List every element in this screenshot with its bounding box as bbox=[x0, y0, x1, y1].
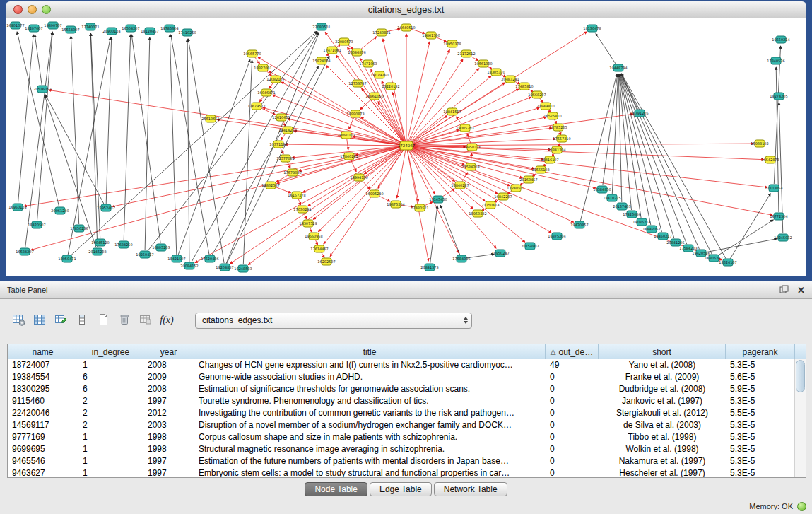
table-row[interactable]: 2242004622012Investigating the contribut… bbox=[8, 407, 795, 419]
graph-node[interactable]: 15938102 bbox=[751, 140, 768, 147]
column-header-name[interactable]: name bbox=[8, 344, 78, 359]
tab-edge-table[interactable]: Edge Table bbox=[370, 482, 432, 496]
tab-network-table[interactable]: Network Table bbox=[434, 482, 507, 496]
graph-node[interactable]: 15554007 bbox=[61, 26, 79, 33]
graph-node[interactable]: 16542873 bbox=[761, 156, 779, 163]
network-canvas[interactable]: 1956577018827001120821071604647117679577… bbox=[6, 18, 806, 276]
graph-node[interactable]: 16840287 bbox=[451, 182, 469, 189]
function-builder-button[interactable]: f(x) bbox=[157, 311, 177, 330]
close-window-button[interactable] bbox=[13, 5, 23, 14]
graph-node[interactable]: 19550214 bbox=[772, 36, 789, 43]
graph-node[interactable]: 21841204 bbox=[548, 146, 565, 153]
graph-node[interactable]: 17840526 bbox=[767, 57, 784, 64]
graph-node[interactable]: 22080573 bbox=[335, 38, 353, 45]
graph-node[interactable]: 16950124 bbox=[8, 204, 26, 211]
table-row[interactable]: 911546021997Tourette syndrome. Phenomeno… bbox=[8, 395, 795, 407]
graph-node[interactable]: 17030291 bbox=[293, 206, 311, 213]
graph-node[interactable]: 16875204 bbox=[548, 233, 565, 240]
graph-node[interactable]: 16772504 bbox=[770, 213, 787, 220]
graph-node[interactable]: 19565770 bbox=[243, 50, 261, 57]
table-options-button[interactable] bbox=[8, 311, 28, 330]
graph-node[interactable]: 19448794 bbox=[609, 64, 627, 71]
table-selector-dropdown[interactable]: citations_edges.txt bbox=[195, 313, 472, 329]
graph-node[interactable]: 18950471 bbox=[58, 255, 76, 262]
column-header-in_degree[interactable]: in_degree bbox=[78, 344, 143, 359]
graph-node[interactable]: 17410250 bbox=[178, 29, 196, 36]
table-row[interactable]: 977716911998Corpus callosum shape and si… bbox=[8, 431, 795, 443]
graph-node[interactable]: 1724067 bbox=[398, 141, 416, 150]
graph-node[interactable]: 18950247 bbox=[491, 250, 509, 257]
table-panel-header[interactable]: Table Panel ✕ bbox=[0, 281, 812, 299]
graph-node[interactable]: 21849810 bbox=[536, 103, 554, 110]
graph-node[interactable]: 25510651 bbox=[201, 115, 219, 122]
graph-node[interactable]: 19245032 bbox=[774, 234, 792, 241]
show-columns-button[interactable] bbox=[30, 311, 49, 330]
graph-node[interactable]: 17684250 bbox=[114, 241, 132, 248]
graph-node[interactable]: 20160457 bbox=[519, 176, 537, 183]
graph-node[interactable]: 16575810 bbox=[543, 112, 561, 119]
graph-node[interactable]: 17557310 bbox=[553, 135, 570, 142]
graph-node[interactable]: 20084152 bbox=[180, 262, 198, 269]
graph-node[interactable]: 16791205 bbox=[630, 110, 648, 117]
graph-node[interactable]: 19420857 bbox=[570, 221, 588, 228]
graph-node[interactable]: 17240531 bbox=[507, 185, 524, 192]
float-panel-button[interactable] bbox=[779, 285, 789, 296]
column-header-pagerank[interactable]: pagerank bbox=[726, 344, 795, 359]
graph-node[interactable]: 17103054 bbox=[765, 185, 782, 192]
table-row[interactable]: 946554611997Estimation of the future num… bbox=[8, 455, 795, 467]
graph-node[interactable]: 20841573 bbox=[420, 264, 438, 271]
table-row[interactable]: 1938455462009Genome-wide association stu… bbox=[8, 371, 795, 383]
graph-node[interactable]: 19785604 bbox=[160, 25, 178, 32]
graph-node[interactable]: 16046876 bbox=[348, 49, 365, 56]
graph-node[interactable]: 16504207 bbox=[122, 25, 139, 32]
graph-node[interactable]: 18305370 bbox=[487, 69, 505, 76]
graph-node[interactable]: 19085214 bbox=[632, 218, 650, 226]
graph-node[interactable]: 20516052 bbox=[33, 86, 51, 93]
graph-node[interactable]: 16649510 bbox=[397, 24, 415, 31]
graph-node[interactable]: 12577061 bbox=[276, 155, 294, 162]
graph-node[interactable]: 19560958 bbox=[305, 233, 322, 240]
graph-node[interactable]: 16157278 bbox=[288, 192, 305, 199]
graph-node[interactable]: 19250417 bbox=[136, 251, 153, 258]
delete-table-button[interactable] bbox=[114, 311, 134, 330]
graph-node[interactable]: 17614467 bbox=[310, 245, 328, 252]
graph-node[interactable]: 18420507 bbox=[28, 221, 45, 228]
zoom-window-button[interactable] bbox=[42, 5, 51, 14]
table-row[interactable]: 1830029562008Estimation of significance … bbox=[8, 383, 795, 395]
graph-node[interactable]: 16248503 bbox=[234, 265, 252, 272]
graph-node[interactable]: 16202507 bbox=[317, 258, 335, 265]
create-column-button[interactable] bbox=[51, 311, 71, 330]
graph-node[interactable]: 19890707 bbox=[44, 22, 61, 29]
graph-node[interactable]: 19145450 bbox=[429, 196, 447, 203]
graph-node[interactable]: 17471061 bbox=[323, 47, 341, 54]
table-row[interactable]: 946362711997Embryonic stem cells: a mode… bbox=[8, 467, 795, 477]
graph-node[interactable]: 18827001 bbox=[254, 64, 271, 71]
graph-node[interactable]: 19561300 bbox=[474, 60, 492, 67]
graph-node[interactable]: 17425086 bbox=[623, 211, 640, 218]
graph-node[interactable]: 20145203 bbox=[88, 248, 106, 255]
table-row[interactable]: 1872400712008Changes of HCN gene express… bbox=[8, 359, 795, 371]
minimize-window-button[interactable] bbox=[28, 5, 37, 14]
vertical-scrollbar[interactable] bbox=[794, 359, 806, 477]
graph-node[interactable]: 18524107 bbox=[719, 259, 736, 266]
close-panel-button[interactable]: ✕ bbox=[797, 285, 805, 296]
new-table-button[interactable] bbox=[93, 311, 113, 330]
column-header-title[interactable]: title bbox=[194, 344, 546, 359]
graph-node[interactable]: 19204857 bbox=[216, 264, 233, 271]
graph-node[interactable]: 16584950 bbox=[593, 186, 611, 193]
graph-node[interactable]: 19079260 bbox=[370, 71, 388, 78]
graph-node[interactable]: 17480521 bbox=[411, 204, 428, 211]
graph-node[interactable]: 18120457 bbox=[141, 28, 158, 35]
graph-node[interactable]: 16842207 bbox=[494, 193, 512, 200]
graph-node[interactable]: 12082107 bbox=[266, 76, 284, 83]
graph-node[interactable]: 17740071 bbox=[81, 23, 99, 30]
graph-node[interactable]: 18130478 bbox=[583, 25, 601, 32]
import-table-button[interactable] bbox=[136, 311, 155, 330]
row-options-button[interactable] bbox=[72, 311, 92, 330]
graph-node[interactable]: 20154807 bbox=[521, 243, 539, 250]
graph-node[interactable]: 18207007 bbox=[25, 25, 42, 32]
graph-node[interactable]: 18410275 bbox=[603, 194, 620, 201]
graph-node[interactable]: 18950378 bbox=[443, 40, 461, 47]
graph-node[interactable]: 18994130 bbox=[350, 174, 367, 181]
graph-node[interactable]: 22080501 bbox=[312, 23, 330, 30]
